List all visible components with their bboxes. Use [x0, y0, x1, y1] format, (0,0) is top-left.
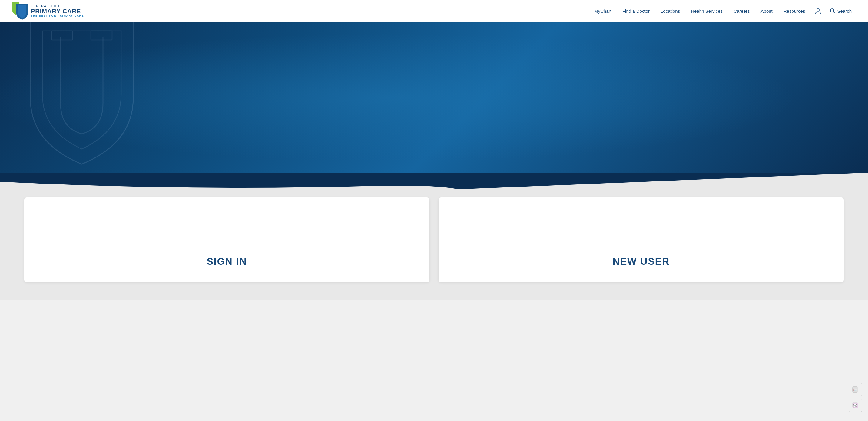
svg-rect-4 — [91, 31, 112, 40]
logo-main-line: PRIMARY CARE — [31, 8, 84, 14]
nav-item-locations[interactable]: Locations — [655, 0, 685, 22]
sign-in-card: SIGN IN — [24, 198, 430, 282]
logo-link[interactable]: CENTRAL OHIO PRIMARY CARE THE BEST FOR P… — [12, 2, 84, 20]
cards-container: SIGN IN NEW USER — [24, 198, 844, 282]
nav-item-find-doctor[interactable]: Find a Doctor — [617, 0, 655, 22]
search-nav-item[interactable]: Search — [826, 0, 856, 22]
new-user-title: NEW USER — [613, 256, 670, 267]
svg-line-2 — [834, 12, 835, 13]
logo-icon — [12, 2, 28, 20]
logo-sub-line: THE BEST FOR PRIMARY CARE — [31, 14, 84, 18]
nav-item-mychart[interactable]: MyChart — [589, 0, 617, 22]
site-header: CENTRAL OHIO PRIMARY CARE THE BEST FOR P… — [0, 0, 868, 22]
search-label: Search — [837, 8, 851, 13]
svg-point-0 — [817, 9, 819, 11]
hero-section — [0, 22, 868, 173]
svg-rect-3 — [52, 31, 73, 40]
sign-in-title: SIGN IN — [207, 256, 247, 267]
new-user-card: NEW USER — [438, 198, 844, 282]
content-area: SIGN IN NEW USER — [0, 173, 868, 300]
account-icon-link[interactable] — [810, 0, 826, 22]
nav-item-careers[interactable]: Careers — [728, 0, 755, 22]
logo-top-line: CENTRAL OHIO — [31, 4, 84, 8]
logo-text: CENTRAL OHIO PRIMARY CARE THE BEST FOR P… — [31, 4, 84, 18]
nav-item-health-services[interactable]: Health Services — [685, 0, 728, 22]
main-nav: MyChart Find a Doctor Locations Health S… — [589, 0, 856, 22]
nav-item-resources[interactable]: Resources — [778, 0, 811, 22]
nav-item-about[interactable]: About — [755, 0, 778, 22]
hero-shield-watermark — [18, 22, 145, 170]
wave-divider — [0, 173, 868, 191]
account-icon — [815, 7, 822, 14]
search-icon — [830, 8, 835, 13]
